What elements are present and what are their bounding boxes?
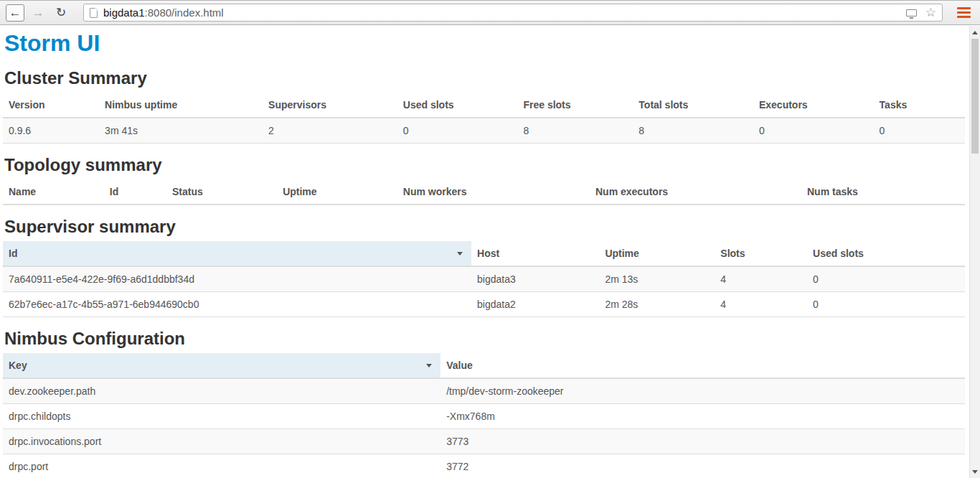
column-header-status[interactable]: Status	[166, 179, 277, 205]
column-header-nimbus-uptime[interactable]: Nimbus uptime	[99, 93, 263, 118]
column-header-id[interactable]: Id	[3, 241, 471, 266]
cell-id: 7a640911-e5e4-422e-9f69-a6d1ddbbf34d	[3, 266, 471, 292]
cell-value: -Xmx768m	[440, 404, 965, 429]
topology-summary-section: Topology summary NameIdStatusUptimeNum w…	[3, 155, 965, 205]
topology-summary-heading: Topology summary	[3, 155, 965, 175]
supervisor-summary-table: IdHostUptimeSlotsUsed slots7a640911-e5e4…	[3, 241, 965, 317]
back-button[interactable]: ←	[6, 4, 24, 22]
vertical-scrollbar[interactable]	[969, 26, 980, 478]
column-header-used-slots[interactable]: Used slots	[807, 241, 965, 266]
save-to-device-icon[interactable]	[906, 9, 917, 17]
cell-key: drpc.childopts	[3, 404, 440, 429]
column-header-host[interactable]: Host	[471, 241, 599, 266]
column-header-executors[interactable]: Executors	[753, 93, 874, 118]
supervisor-summary-heading: Supervisor summary	[3, 217, 965, 237]
cell-key: drpc.invocations.port	[3, 429, 440, 454]
reload-icon: ↻	[56, 5, 66, 20]
column-header-key[interactable]: Key	[3, 353, 440, 378]
nimbus-configuration-heading: Nimbus Configuration	[3, 329, 965, 349]
cell-executors: 0	[753, 118, 874, 144]
column-header-total-slots[interactable]: Total slots	[633, 93, 753, 118]
cell-total-slots: 8	[633, 118, 753, 144]
browser-toolbar: ← → ↻ bigdata1:8080/index.html ☆	[0, 0, 980, 25]
cluster-summary-heading: Cluster Summary	[3, 68, 965, 88]
table-row: 0.9.63m 41s208800	[3, 118, 965, 144]
table-row: 62b7e6ec-a17c-4b55-a971-6eb944690cb0bigd…	[3, 292, 965, 317]
back-arrow-icon: ←	[9, 6, 22, 20]
table-header-row: VersionNimbus uptimeSupervisorsUsed slot…	[3, 93, 965, 118]
hamburger-icon	[957, 7, 971, 9]
column-header-free-slots[interactable]: Free slots	[517, 93, 633, 118]
column-header-uptime[interactable]: Uptime	[599, 241, 715, 266]
sort-desc-icon	[457, 252, 463, 256]
cell-value: 3772	[440, 454, 965, 478]
cell-id: 62b7e6ec-a17c-4b55-a971-6eb944690cb0	[3, 292, 471, 317]
scroll-up-arrow-icon	[972, 31, 978, 34]
column-header-uptime[interactable]: Uptime	[277, 179, 397, 205]
table-row: dev.zookeeper.path/tmp/dev-storm-zookeep…	[3, 378, 965, 404]
topology-summary-table: NameIdStatusUptimeNum workersNum executo…	[3, 179, 965, 205]
column-header-supervisors[interactable]: Supervisors	[263, 93, 397, 118]
page-title[interactable]: Storm UI	[3, 30, 965, 57]
scroll-down-arrow-icon	[972, 470, 978, 474]
page-icon	[90, 8, 98, 18]
table-row: drpc.port3772	[3, 454, 965, 478]
url-path: :8080/index.html	[145, 6, 224, 19]
column-header-used-slots[interactable]: Used slots	[397, 93, 518, 118]
supervisor-summary-section: Supervisor summary IdHostUptimeSlotsUsed…	[3, 217, 965, 317]
column-header-id[interactable]: Id	[104, 179, 166, 205]
cell-uptime: 2m 13s	[599, 266, 715, 292]
cell-slots: 4	[715, 266, 807, 292]
cell-key: dev.zookeeper.path	[3, 378, 440, 404]
cell-used-slots: 0	[807, 292, 965, 317]
cluster-summary-table: VersionNimbus uptimeSupervisorsUsed slot…	[3, 93, 965, 144]
cell-uptime: 2m 28s	[599, 292, 715, 317]
cell-used-slots: 0	[397, 118, 518, 144]
sort-desc-icon	[426, 364, 432, 367]
column-header-num-tasks[interactable]: Num tasks	[801, 179, 965, 205]
column-header-num-executors[interactable]: Num executors	[590, 179, 801, 205]
scroll-down-button[interactable]	[970, 466, 980, 477]
cell-nimbus-uptime: 3m 41s	[99, 118, 263, 144]
column-header-slots[interactable]: Slots	[715, 241, 807, 266]
cluster-summary-section: Cluster Summary VersionNimbus uptimeSupe…	[3, 68, 965, 144]
column-header-tasks[interactable]: Tasks	[874, 93, 965, 118]
cell-value: /tmp/dev-storm-zookeeper	[440, 378, 965, 404]
column-header-name[interactable]: Name	[3, 179, 104, 205]
table-row: drpc.invocations.port3773	[3, 429, 965, 454]
cell-slots: 4	[715, 292, 807, 317]
column-header-version[interactable]: Version	[3, 93, 99, 118]
cell-free-slots: 8	[517, 118, 633, 144]
address-bar[interactable]: bigdata1:8080/index.html ☆	[83, 4, 943, 22]
forward-arrow-icon: →	[32, 6, 44, 20]
cell-version: 0.9.6	[3, 118, 99, 144]
cell-value: 3773	[440, 429, 965, 454]
table-row: 7a640911-e5e4-422e-9f69-a6d1ddbbf34dbigd…	[3, 266, 965, 292]
browser-menu-button[interactable]	[953, 4, 974, 22]
reload-button[interactable]: ↻	[52, 4, 70, 22]
table-header-row: NameIdStatusUptimeNum workersNum executo…	[3, 179, 965, 205]
cell-supervisors: 2	[263, 118, 397, 144]
cell-host: bigdata2	[471, 292, 599, 317]
url-host: bigdata1	[103, 6, 145, 19]
column-header-num-workers[interactable]: Num workers	[397, 179, 590, 205]
scroll-up-button[interactable]	[970, 27, 980, 38]
forward-button[interactable]: →	[29, 4, 47, 22]
cell-key: drpc.port	[3, 454, 440, 478]
page-content: Storm UI Cluster Summary VersionNimbus u…	[0, 26, 969, 478]
column-header-value[interactable]: Value	[440, 353, 965, 378]
table-header-row: IdHostUptimeSlotsUsed slots	[3, 241, 965, 266]
bookmark-star-icon[interactable]: ☆	[925, 6, 936, 19]
nimbus-configuration-section: Nimbus Configuration KeyValuedev.zookeep…	[3, 329, 965, 478]
url-text: bigdata1:8080/index.html	[103, 6, 224, 19]
nimbus-configuration-table: KeyValuedev.zookeeper.path/tmp/dev-storm…	[3, 353, 965, 478]
cell-host: bigdata3	[471, 266, 599, 292]
table-row: drpc.childopts-Xmx768m	[3, 404, 965, 429]
table-header-row: KeyValue	[3, 353, 965, 378]
cell-tasks: 0	[874, 118, 965, 144]
scrollbar-thumb[interactable]	[971, 39, 979, 154]
cell-used-slots: 0	[807, 266, 965, 292]
